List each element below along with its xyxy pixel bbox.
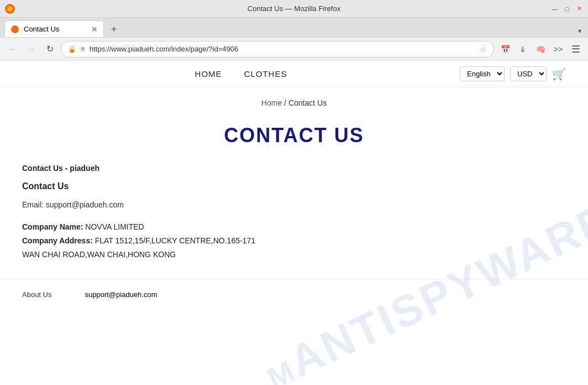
bookmark-icon[interactable]: ☆: [480, 45, 487, 54]
firefox-icon: [4, 3, 15, 14]
site-nav: HOME CLOTHES: [195, 69, 287, 79]
site-header: HOME CLOTHES English French USD EUR 🛒: [0, 61, 588, 87]
browser-title: Contact Us — Mozilla Firefox: [248, 4, 340, 13]
tracking-icon: 👁: [80, 45, 86, 53]
nav-home-link[interactable]: HOME: [195, 69, 222, 79]
breadcrumb-separator: /: [284, 98, 286, 107]
website-content: MANTISPYWARE.COM HOME CLOTHES English Fr…: [0, 61, 588, 385]
active-tab[interactable]: Contact Us ✕: [4, 20, 104, 37]
company-address-label: Company Address:: [22, 236, 93, 245]
company-address-line1: Company Address: FLAT 1512,15/F,LUCKY CE…: [22, 234, 420, 248]
tab-overflow-button[interactable]: ▾: [576, 25, 584, 37]
nav-bar: ← → ↻ 🔒 👁 https://www.piadueh.com/index/…: [0, 38, 588, 61]
watermark-prefix: M: [262, 353, 301, 385]
email-line: Email: support@piadueh.com: [22, 200, 420, 209]
company-address-line2: WAN CHAI ROAD,WAN CHAI,HONG KONG: [22, 248, 420, 262]
download-button[interactable]: ⇓: [515, 41, 531, 57]
nav-clothes-link[interactable]: CLOTHES: [244, 69, 287, 79]
section-label: Contact Us - piadueh: [22, 164, 420, 173]
email-label: Email:: [22, 200, 44, 209]
breadcrumb: Home / Contact Us: [0, 87, 588, 113]
svg-point-1: [7, 6, 13, 12]
menu-button[interactable]: ☰: [568, 41, 584, 57]
address-bar[interactable]: 🔒 👁 https://www.piadueh.com/index/page/?…: [61, 41, 494, 58]
footer-support-email: support@piadueh.com: [85, 290, 157, 299]
currency-select[interactable]: USD EUR: [510, 66, 547, 81]
email-link[interactable]: support@piadueh.com: [46, 200, 124, 209]
svg-point-2: [11, 25, 19, 33]
breadcrumb-home-link[interactable]: Home: [261, 98, 282, 107]
contact-heading: Contact Us: [22, 181, 420, 191]
company-name-label: Company Name:: [22, 222, 83, 231]
breadcrumb-current: Contact Us: [288, 98, 327, 107]
minimize-button[interactable]: —: [550, 4, 559, 13]
reload-button[interactable]: ↻: [42, 41, 57, 57]
page-title: CONTACT US: [0, 113, 588, 164]
company-name-value: NOVVA LIMITED: [85, 222, 144, 231]
company-name-line: Company Name: NOVVA LIMITED: [22, 220, 420, 234]
overflow-button[interactable]: >>: [550, 41, 566, 57]
window-controls: — □ ✕: [550, 4, 584, 13]
tab-close-button[interactable]: ✕: [91, 25, 98, 34]
pocket-button[interactable]: 📅: [497, 41, 513, 57]
tab-favicon: [11, 25, 19, 34]
cart-icon[interactable]: 🛒: [552, 67, 566, 81]
back-icon: ←: [8, 44, 17, 54]
extensions-button[interactable]: 🧠: [533, 41, 548, 57]
lock-icon: 🔒: [68, 45, 76, 53]
company-info: Company Name: NOVVA LIMITED Company Addr…: [22, 220, 420, 262]
language-select[interactable]: English French: [460, 66, 505, 81]
forward-icon: →: [27, 44, 35, 54]
footer-about-link[interactable]: About Us: [22, 290, 51, 299]
new-tab-button[interactable]: +: [106, 22, 122, 37]
back-button[interactable]: ←: [4, 41, 20, 57]
nav-right-controls: 📅 ⇓ 🧠 >> ☰: [497, 41, 584, 57]
close-button[interactable]: ✕: [575, 4, 584, 13]
tab-title: Contact Us: [24, 25, 59, 33]
url-display[interactable]: https://www.piadueh.com/index/page/?id=4…: [90, 45, 476, 53]
browser-titlebar: Contact Us — Mozilla Firefox — □ ✕: [0, 0, 588, 18]
company-address-value: FLAT 1512,15/F,LUCKY CENTRE,NO.165-171: [95, 236, 255, 245]
site-controls: English French USD EUR 🛒: [460, 66, 566, 81]
content-area: Contact Us - piadueh Contact Us Email: s…: [0, 164, 442, 279]
site-footer: About Us support@piadueh.com: [0, 279, 588, 310]
maximize-button[interactable]: □: [563, 4, 571, 13]
forward-button[interactable]: →: [23, 41, 39, 57]
reload-icon: ↻: [46, 44, 54, 54]
tab-bar: Contact Us ✕ + ▾: [0, 18, 588, 38]
